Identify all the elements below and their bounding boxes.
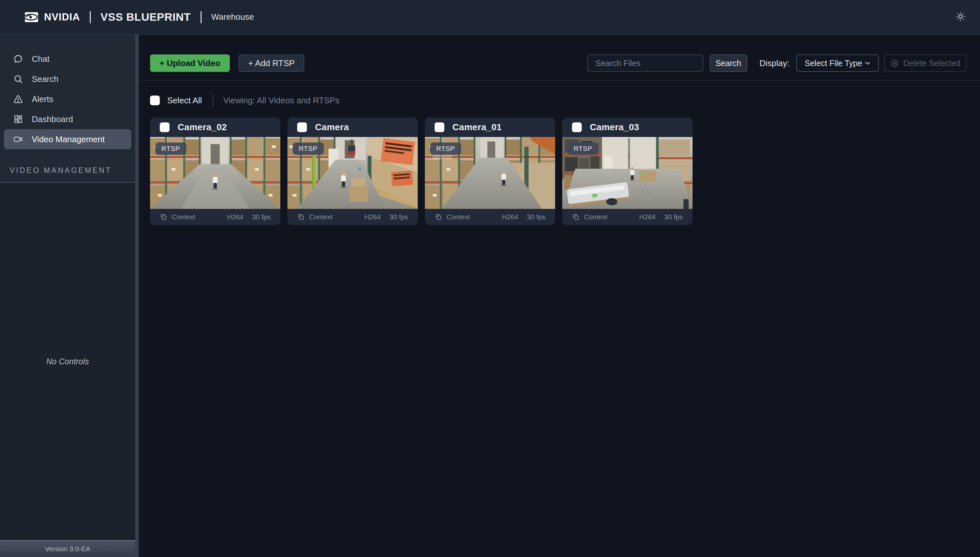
copy-icon (572, 213, 580, 221)
chat-icon (13, 54, 23, 64)
search-icon (13, 74, 23, 84)
rtsp-badge: RTSP (567, 142, 599, 155)
video-camera-icon (13, 134, 23, 145)
dashboard-icon (13, 114, 23, 124)
camera-card-header: Camera_01 (425, 117, 555, 137)
fps-label: 30 fps (390, 213, 408, 221)
copy-icon (297, 213, 305, 221)
fps-label: 30 fps (664, 213, 683, 221)
no-controls-text: No Controls (46, 357, 89, 366)
camera-card-header: Camera_02 (150, 117, 280, 137)
camera-thumbnail[interactable]: RTSP (562, 137, 693, 209)
app-title: VSS BLUEPRINT (100, 11, 191, 23)
sun-icon (955, 11, 966, 23)
file-type-select[interactable]: Select File Type (796, 54, 879, 72)
sidebar-nav-section: Chat Search Alerts Dashboard Video Manag… (0, 35, 135, 182)
camera-card-footer: Context H264 30 fps (287, 209, 418, 225)
alerts-icon (13, 94, 23, 104)
file-type-value: Select File Type (805, 59, 862, 68)
select-all-label: Select All (167, 96, 202, 106)
sidebar-scrollbar[interactable] (135, 35, 139, 557)
context-button[interactable]: Context (160, 213, 195, 221)
context-button[interactable]: Context (434, 213, 470, 221)
sidebar-item-chat[interactable]: Chat (4, 49, 131, 69)
camera-card-header: Camera (287, 117, 418, 137)
camera-card: Camera RTSP Context H264 30 fps (287, 117, 418, 225)
codec-label: H264 (639, 213, 656, 221)
context-button[interactable]: Context (297, 213, 333, 221)
camera-title: Camera_03 (590, 122, 639, 132)
camera-card: Camera_03 RTSP Context H264 30 fps (562, 117, 693, 225)
camera-title: Camera (315, 122, 349, 132)
camera-card-grid: Camera_02 RTSP Context H264 30 fps Camer… (150, 117, 967, 225)
toolbar-divider (139, 80, 980, 81)
select-all-checkbox[interactable] (150, 96, 160, 105)
rtsp-badge: RTSP (430, 142, 461, 155)
sidebar-item-search[interactable]: Search (4, 69, 131, 89)
camera-select-checkbox[interactable] (297, 122, 307, 132)
sidebar-item-dashboard[interactable]: Dashboard (4, 109, 131, 129)
search-button[interactable]: Search (710, 54, 747, 72)
add-rtsp-button[interactable]: + Add RTSP (238, 54, 304, 72)
list-header-divider (212, 94, 213, 107)
camera-select-checkbox[interactable] (572, 122, 582, 132)
camera-card: Camera_01 RTSP Context H264 30 fps (425, 117, 555, 225)
copy-icon (160, 213, 168, 221)
fps-label: 30 fps (527, 213, 546, 221)
nvidia-brand: NVIDIA (21, 11, 80, 23)
rtsp-badge: RTSP (292, 142, 324, 155)
sidebar-version-footer: Version 3.0-EA (0, 540, 135, 557)
camera-card-header: Camera_03 (562, 117, 693, 137)
list-header: Select All Viewing: All Videos and RTSPs (150, 94, 967, 107)
copy-icon (434, 213, 443, 221)
codec-label: H264 (502, 213, 518, 221)
toolbar: + Upload Video + Add RTSP Search Display… (150, 54, 967, 72)
header-separator (90, 11, 91, 23)
version-text: Version 3.0-EA (45, 545, 90, 553)
search-files-input[interactable] (587, 54, 703, 72)
brand-name: NVIDIA (44, 11, 80, 23)
camera-card-footer: Context H264 30 fps (425, 209, 555, 225)
context-button[interactable]: Context (572, 213, 607, 221)
viewing-filter-label: Viewing: All Videos and RTSPs (223, 96, 339, 106)
camera-select-checkbox[interactable] (160, 122, 170, 132)
fps-label: 30 fps (252, 213, 271, 221)
sidebar: Chat Search Alerts Dashboard Video Manag… (0, 35, 135, 557)
sidebar-item-alerts[interactable]: Alerts (4, 89, 131, 109)
camera-thumbnail[interactable]: RTSP (425, 137, 555, 209)
circled-x-icon (890, 59, 899, 68)
rtsp-badge: RTSP (155, 142, 186, 155)
camera-select-checkbox[interactable] (434, 122, 444, 132)
codec-label: H264 (227, 213, 243, 221)
theme-toggle-button[interactable] (955, 11, 966, 23)
top-header: NVIDIA VSS BLUEPRINT Warehouse (0, 0, 980, 35)
display-label: Display: (760, 58, 789, 68)
chevron-down-icon (863, 59, 872, 67)
delete-selected-label: Delete Selected (903, 59, 960, 68)
delete-selected-button[interactable]: Delete Selected (884, 54, 967, 72)
camera-thumbnail[interactable]: RTSP (150, 137, 280, 209)
camera-card-footer: Context H264 30 fps (150, 209, 280, 225)
upload-video-button[interactable]: + Upload Video (150, 54, 230, 72)
workspace-name: Warehouse (211, 12, 254, 22)
camera-title: Camera_01 (452, 122, 501, 132)
main-content: + Upload Video + Add RTSP Search Display… (139, 35, 980, 557)
camera-title: Camera_02 (178, 122, 227, 132)
header-separator (201, 11, 202, 23)
camera-thumbnail[interactable]: RTSP (287, 137, 418, 209)
app-root: NVIDIA VSS BLUEPRINT Warehouse Chat Sear… (0, 0, 980, 557)
nvidia-eye-logo-icon (21, 11, 39, 23)
codec-label: H264 (364, 213, 381, 221)
camera-card-footer: Context H264 30 fps (562, 209, 693, 225)
sidebar-section-label: VIDEO MANAGEMENT (10, 166, 135, 175)
camera-card: Camera_02 RTSP Context H264 30 fps (150, 117, 280, 225)
sidebar-nav: Chat Search Alerts Dashboard Video Manag… (0, 49, 135, 149)
sidebar-item-video-management[interactable]: Video Management (4, 129, 131, 149)
sidebar-controls-panel: No Controls (0, 182, 135, 540)
